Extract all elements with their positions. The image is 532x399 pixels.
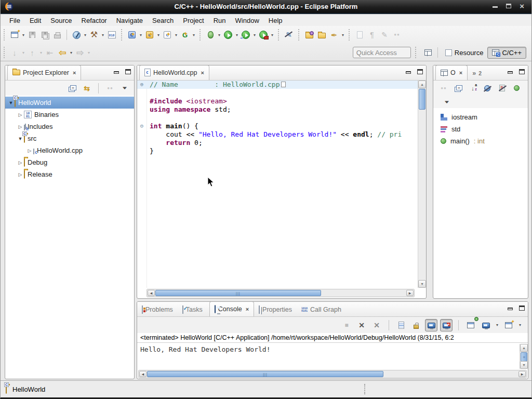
search-dropdown[interactable]: ▾ xyxy=(340,29,345,41)
scroll-up-button[interactable]: ▴ xyxy=(520,344,528,352)
menu-file[interactable]: File xyxy=(5,16,25,25)
maximize-view-button[interactable] xyxy=(519,69,525,74)
debug-dropdown[interactable]: ▾ xyxy=(217,29,222,41)
focus-button[interactable]: ●● xyxy=(391,29,403,41)
focus-button[interactable]: ●● xyxy=(437,82,450,95)
last-edit-location-button[interactable]: ⇤ xyxy=(44,46,56,59)
new-source-folder-dropdown[interactable]: ▾ xyxy=(156,29,161,41)
editor-vscroll-thumb[interactable] xyxy=(419,89,425,110)
remove-all-terminated-button[interactable]: ✕ xyxy=(370,319,383,331)
chevron-right-icon[interactable]: ▷ xyxy=(17,112,24,117)
fold-plus-icon[interactable]: ⊕ xyxy=(138,81,145,89)
open-console-button[interactable] xyxy=(502,319,515,331)
terminate-button[interactable]: ■ xyxy=(340,319,353,331)
show-stdout-button[interactable] xyxy=(425,319,437,331)
menu-run[interactable]: Run xyxy=(209,16,231,25)
console-output[interactable]: Hello, Red Hat Developers World! xyxy=(137,344,520,369)
tab-tasks[interactable]: ✓Tasks xyxy=(178,303,207,316)
editor-hscroll-thumb[interactable]: ||| xyxy=(155,290,321,296)
new-source-folder-button[interactable]: c xyxy=(143,29,156,41)
console-horizontal-scrollbar[interactable]: ◂ ||| ▸ xyxy=(138,370,527,378)
tab-helloworld-cpp[interactable]: c HelloWorld.cpp × xyxy=(139,65,209,80)
outline-item-std[interactable]: std xyxy=(433,123,528,135)
tree-item-includes[interactable]: ▷hIncludes xyxy=(5,121,134,132)
open-type-button[interactable] xyxy=(303,29,315,41)
new-make-target-dropdown[interactable]: ▾ xyxy=(191,29,196,41)
tab-properties[interactable]: Properties xyxy=(254,303,297,316)
menu-window[interactable]: Window xyxy=(231,16,264,25)
previous-annotation-button[interactable]: ↑ xyxy=(26,46,38,59)
tab-project-explorer[interactable]: Project Explorer × xyxy=(7,65,81,80)
menu-refactor[interactable]: Refactor xyxy=(77,16,112,25)
maximize-view-button[interactable] xyxy=(125,69,131,74)
console-vertical-scrollbar[interactable]: ▴ ≡ ▾ xyxy=(520,344,528,369)
maximize-view-button[interactable] xyxy=(519,305,525,311)
close-icon[interactable]: × xyxy=(246,306,249,312)
tree-item-debug[interactable]: ▷Debug xyxy=(5,156,134,168)
new-class-button[interactable]: C xyxy=(126,29,138,41)
menu-project[interactable]: Project xyxy=(178,16,208,25)
minimize-view-button[interactable] xyxy=(508,308,513,310)
chevron-right-icon[interactable]: ▷ xyxy=(26,148,33,153)
perspective-resource-button[interactable]: Resource xyxy=(441,47,488,58)
profile-dropdown[interactable]: ▾ xyxy=(270,29,275,41)
editor-vertical-scrollbar[interactable]: ▴ ▾ xyxy=(418,81,426,288)
minimize-view-button[interactable] xyxy=(406,71,411,74)
binary-button[interactable]: 010 xyxy=(105,29,118,41)
close-icon[interactable]: × xyxy=(73,70,76,76)
toggle-mark-occurrences-button[interactable]: ✎ xyxy=(283,29,295,41)
open-console-dropdown[interactable]: ▾ xyxy=(517,319,523,331)
new-source-file-dropdown[interactable]: ▾ xyxy=(174,29,179,41)
view-menu-button[interactable]: ▼ xyxy=(441,96,453,108)
show-whitespace-button[interactable]: ¶ xyxy=(366,29,378,41)
window-close-button[interactable]: × xyxy=(520,3,524,9)
mark-occurrences-button[interactable]: ✎ xyxy=(378,29,391,41)
tab-outline[interactable]: O × xyxy=(435,65,468,80)
link-with-editor-button[interactable]: ⇆ xyxy=(81,82,93,95)
close-icon[interactable]: × xyxy=(459,70,462,76)
window-minimize-button[interactable] xyxy=(493,6,498,8)
save-all-button[interactable] xyxy=(38,29,51,41)
next-annotation-dropdown[interactable]: ▾ xyxy=(21,46,26,59)
tab-call-graph[interactable]: 10100101Call Graph xyxy=(297,303,346,316)
debug-button[interactable] xyxy=(204,29,217,41)
chevron-down-icon[interactable]: ▼ xyxy=(17,136,24,141)
scroll-right-button[interactable]: ▸ xyxy=(406,290,414,296)
quick-access-input[interactable] xyxy=(353,47,411,58)
last-edit-button[interactable] xyxy=(353,29,366,41)
run-history-button[interactable] xyxy=(240,29,252,41)
focus-button[interactable]: ●● xyxy=(104,82,116,95)
build-all-button[interactable]: ⚒ xyxy=(88,29,100,41)
menu-edit[interactable]: Edit xyxy=(25,16,46,25)
clear-console-button[interactable] xyxy=(395,319,407,331)
menu-search[interactable]: Search xyxy=(148,16,178,25)
minimize-view-button[interactable] xyxy=(114,71,119,74)
remove-launch-button[interactable]: ✕ xyxy=(355,319,368,331)
new-wizard-dropdown[interactable]: ▾ xyxy=(21,29,26,41)
previous-annotation-dropdown[interactable]: ▾ xyxy=(38,46,44,59)
scroll-left-button[interactable]: ◂ xyxy=(148,290,155,296)
new-class-dropdown[interactable]: ▾ xyxy=(138,29,143,41)
scroll-down-button[interactable]: ▾ xyxy=(418,280,426,288)
show-stderr-button[interactable] xyxy=(440,319,453,331)
build-dropdown[interactable]: ▾ xyxy=(100,29,105,41)
hide-static-button[interactable]: S xyxy=(496,82,508,95)
open-resource-button[interactable] xyxy=(315,29,328,41)
tree-item-helloworld[interactable]: ▼CHelloWorld xyxy=(5,97,134,109)
back-button[interactable]: ⇦ xyxy=(56,46,69,59)
target-button[interactable] xyxy=(70,29,83,41)
scroll-lock-button[interactable] xyxy=(410,319,422,331)
chevron-down-icon[interactable]: ▼ xyxy=(7,100,15,105)
open-perspective-button[interactable] xyxy=(422,46,434,59)
target-dropdown[interactable]: ▾ xyxy=(83,29,88,41)
collapse-all-button[interactable]: − xyxy=(452,82,464,95)
new-make-target-button[interactable]: G xyxy=(179,29,191,41)
chevron-right-icon[interactable]: ▷ xyxy=(17,160,24,165)
menu-help[interactable]: Help xyxy=(264,16,287,25)
minimize-view-button[interactable] xyxy=(508,71,513,74)
scroll-down-button[interactable]: ▾ xyxy=(520,361,528,369)
project-tree[interactable]: ▼CHelloWorld▷1001Binaries▷hIncludes▼Csrc… xyxy=(5,96,134,180)
next-annotation-button[interactable]: ↓ xyxy=(8,46,21,59)
chevron-right-icon[interactable]: ▷ xyxy=(17,172,24,177)
forward-dropdown[interactable]: ▾ xyxy=(86,46,91,59)
